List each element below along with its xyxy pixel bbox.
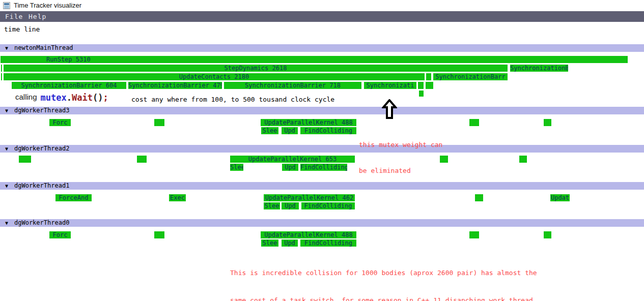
timeline-bar-UpdateContacts-2180[interactable]: UpdateContacts 2180 [4,73,425,80]
timeline-bar-FindColliding[interactable]: FindColliding [301,202,355,209]
timeline-bar-Forc[interactable]: Forc [49,231,71,238]
timeline-bar-Upd[interactable]: Upd [282,239,298,247]
timeline-bar-UpdateParallelKernel-653[interactable]: UpdateParallelKernel 653 [230,156,355,163]
timeline-bar-Updat[interactable]: Updat [550,194,570,201]
bottom-note-line: This is incredible collision for 1000 bo… [230,268,541,278]
thread-name: dgWorkerThread2 [14,145,69,153]
thread-name: dgWorkerThread1 [14,182,69,190]
collapse-triangle-icon[interactable]: ▼ [5,107,8,114]
timeline-bar-FindColliding[interactable]: FindColliding [300,164,347,171]
bottom-note-line: same cost of a task switch, for some rea… [230,296,541,301]
timeline-bar-Slee[interactable]: Slee [264,202,280,209]
title-bar: Time Tracker visualizer [0,0,644,11]
mutex-note-line: this mutex weight can [359,140,442,149]
window-title: Time Tracker visualizer [14,2,81,9]
timeline-bar[interactable] [137,156,147,163]
thread-header-dgWorkerThread1[interactable]: ▼dgWorkerThread1 [0,182,644,190]
timeline-bar-SynchronizationBarrier-479[interactable]: SynchronizationBarrier 479 [128,82,222,89]
thread-header-dgWorkerThread0[interactable]: ▼dgWorkerThread0 [0,219,644,227]
timeline-bar[interactable] [19,156,31,163]
timeline-bar-FindColliding[interactable]: FindColliding [300,239,356,247]
timeline-bar-Slee[interactable]: Slee [261,127,278,134]
timeline-bar-Upd[interactable]: Upd [282,127,298,134]
timeline-bar-SynchronizationBarrier-604[interactable]: SynchronizationBarrier 604 [12,82,126,89]
timeline-bar-Synchronizati[interactable]: Synchronizati [364,82,416,89]
timeline-bar[interactable] [418,82,424,89]
timeline-bar[interactable] [154,231,164,238]
timeline-bar[interactable] [469,119,479,126]
menu-item-file[interactable]: File [5,11,23,22]
timeline-bar-UpdateParallelKernel-462[interactable]: UpdateParallelKernel 462 [264,194,355,201]
collapse-triangle-icon[interactable]: ▼ [5,182,8,190]
collapse-triangle-icon[interactable]: ▼ [5,44,8,52]
timeline-bar-UpdateParallelKernel-488[interactable]: UpdateParallelKernel 488 [261,119,356,126]
timeline-bar-SynchronizationBarr[interactable]: SynchronizationBarr [433,73,508,80]
timeline-bar-StepDynamics-2618[interactable]: StepDynamics 2618 [4,65,508,72]
bottom-note: This is incredible collision for 1000 bo… [230,250,541,301]
timeline-bar-Slee[interactable]: Slee [230,164,243,171]
timeline-bar-ForceAnd[interactable]: ForceAnd [55,194,92,201]
mutex-note-line: be eliminated [359,166,442,175]
timeline-bar[interactable] [519,156,527,163]
collapse-triangle-icon[interactable]: ▼ [5,145,8,153]
timeline-bar[interactable] [419,91,424,97]
thread-name: dgWorkerThread0 [14,219,69,227]
timeline-bar-Forc[interactable]: Forc [49,119,71,126]
code-semicolon: ; [103,93,108,103]
app-icon [3,2,10,9]
timeline-bar-Upd[interactable]: Upd [282,164,298,171]
code-parens: () [93,93,103,103]
timeline-bar[interactable] [1,73,2,80]
timeline-bar-SynchronizationBarrier-718[interactable]: SynchronizationBarrier 718 [224,82,361,89]
menu-item-help[interactable]: Help [29,11,46,22]
timeline-bar[interactable] [544,119,551,126]
timeline-bar[interactable] [469,231,479,238]
mutex-note: this mutex weight can be eliminated [359,123,442,184]
collapse-triangle-icon[interactable]: ▼ [5,219,8,227]
thread-header-dgWorkerThread3[interactable]: ▼dgWorkerThread3 [0,107,644,114]
timeline-bar[interactable] [426,73,431,80]
menu-bar: File Help [0,11,644,22]
timeline-bar-Upd[interactable]: Upd [282,202,299,209]
timeline-bar[interactable] [475,194,483,201]
timeline-bar[interactable] [1,65,2,72]
code-annotation: callingmutex.Wait(); [15,93,108,103]
timeline-bar-FindColliding[interactable]: FindColliding [300,127,356,134]
thread-header-dgWorkerThread2[interactable]: ▼dgWorkerThread2 [0,145,644,153]
timeline-bar-RunStep-5310[interactable]: RunStep 5310 [1,56,628,63]
code-dot: . [67,93,72,103]
cost-annotation: cost any where from 100, to 500 tousand … [131,96,334,103]
timeline-bar-SynchronizationB[interactable]: SynchronizationB [510,65,568,72]
timeline-bar-UpdateParallelKernel-488[interactable]: UpdateParallelKernel 488 [261,231,356,238]
up-arrow-icon [382,99,397,119]
code-mutex: mutex [41,93,67,103]
thread-name: dgWorkerThread3 [14,107,69,114]
timeline-caption: time line [4,25,40,33]
timeline-bar-Slee[interactable]: Slee [261,239,278,247]
timeline-bar-Exec[interactable]: Exec [169,194,186,201]
code-wait: Wait [72,93,93,103]
thread-name: newtonMainThread [14,44,73,52]
calling-text: calling [15,93,37,101]
thread-header-newtonMainThread[interactable]: ▼newtonMainThread [0,44,644,52]
timeline-bar[interactable] [154,119,164,126]
timeline-bar[interactable] [544,231,551,238]
timeline-bar[interactable] [426,82,433,89]
